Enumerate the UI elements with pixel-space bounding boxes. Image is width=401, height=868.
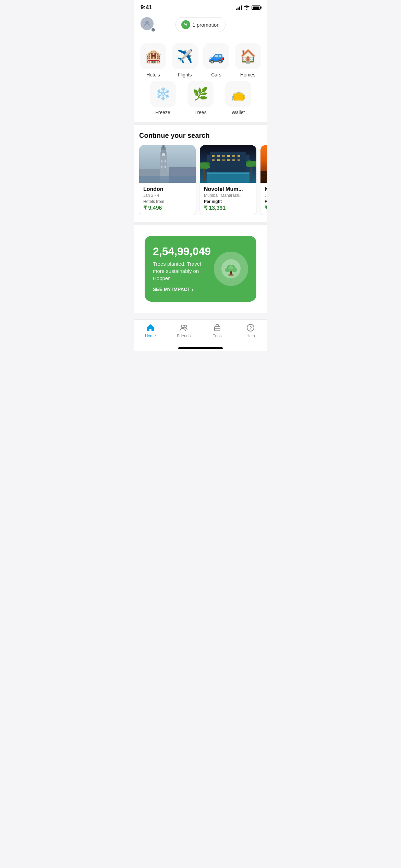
help-nav-icon: ? [246, 323, 255, 332]
status-time: 9:41 [141, 4, 152, 11]
svg-rect-25 [217, 159, 220, 161]
flights-icon: ✈️ [172, 43, 198, 69]
freeze-icon: ❄️ [150, 81, 176, 107]
promotion-label: 1 promotion [192, 22, 219, 28]
kolkata-image [260, 145, 267, 183]
homes-label: Homes [240, 72, 255, 77]
london-card-body: London Jan 2 - 4 Hotels from ₹ 9,496 [139, 183, 196, 215]
london-price: ₹ 9,496 [143, 205, 192, 211]
mumbai-type: Per night [204, 199, 252, 204]
trees-cta-button[interactable]: SEE MY IMPACT › [153, 287, 214, 292]
category-wallet[interactable]: 👝 Wallet [221, 81, 255, 115]
avatar-dot [151, 27, 156, 32]
svg-rect-26 [222, 159, 225, 161]
wallet-icon: 👝 [225, 81, 251, 107]
nav-home[interactable]: Home [134, 323, 167, 338]
homes-icon: 🏠 [235, 43, 261, 69]
svg-text:?: ? [249, 325, 252, 330]
mumbai-image [200, 145, 256, 183]
svg-rect-10 [161, 166, 162, 168]
london-city: London [143, 186, 192, 192]
svg-rect-9 [165, 160, 166, 162]
trips-nav-label: Trips [213, 334, 222, 338]
svg-rect-19 [217, 155, 220, 157]
svg-point-58 [181, 325, 184, 328]
continue-search-title: Continue your search [139, 132, 267, 140]
svg-point-7 [162, 153, 165, 156]
category-cars[interactable]: 🚙 Cars [202, 43, 230, 77]
mumbai-card-body: Novotel Mum... Mumbai, Maharash... Per n… [200, 183, 256, 215]
svg-rect-27 [227, 159, 230, 161]
search-card-mumbai[interactable]: Novotel Mum... Mumbai, Maharash... Per n… [200, 145, 256, 215]
section-divider [134, 122, 267, 125]
trees-label: Trees [194, 110, 206, 115]
friends-nav-icon [179, 323, 188, 332]
home-indicator-container [134, 345, 267, 351]
mumbai-price: ₹ 13,391 [204, 205, 252, 211]
svg-rect-29 [238, 159, 240, 161]
search-card-kolkata[interactable]: Kolkata Jan 3 - 4 Flights from ₹ 17,896 [260, 145, 267, 215]
signal-bars-icon [236, 5, 242, 10]
search-card-london[interactable]: London Jan 2 - 4 Hotels from ₹ 9,496 [139, 145, 196, 215]
promo-badge-icon: % [181, 20, 190, 29]
kolkata-price: ₹ 17,896 [265, 205, 267, 211]
kolkata-city: Kolkata [265, 186, 267, 192]
mumbai-subtitle: Mumbai, Maharash... [204, 193, 252, 198]
hotels-label: Hotels [146, 72, 160, 77]
svg-rect-18 [212, 155, 215, 157]
category-homes[interactable]: 🏠 Homes [234, 43, 262, 77]
svg-rect-21 [227, 155, 230, 157]
svg-rect-14 [139, 176, 196, 183]
cars-label: Cars [211, 72, 221, 77]
home-indicator [178, 347, 223, 349]
kolkata-dates: Jan 3 - 4 [265, 193, 267, 198]
nav-trips[interactable]: Trips [200, 323, 234, 338]
category-trees[interactable]: 🌿 Trees [183, 81, 218, 115]
freeze-label: Freeze [155, 110, 170, 115]
nav-help[interactable]: ? Help [234, 323, 268, 338]
kolkata-type: Flights from [265, 199, 267, 204]
svg-rect-6 [162, 145, 165, 148]
trees-content: 2,54,99,049 Trees planted. Travel more s… [153, 245, 214, 292]
header: % 1 promotion [134, 14, 267, 38]
bottom-nav: Home Friends Trips ? Help [134, 320, 267, 345]
kolkata-card-body: Kolkata Jan 3 - 4 Flights from ₹ 17,896 [260, 183, 267, 215]
promotion-button[interactable]: % 1 promotion [175, 17, 225, 32]
help-nav-label: Help [246, 334, 255, 338]
section-divider-2 [134, 222, 267, 225]
trees-description: Trees planted. Travel more sustainably o… [153, 260, 214, 282]
svg-rect-22 [232, 155, 235, 157]
home-nav-label: Home [145, 334, 156, 338]
nav-friends[interactable]: Friends [167, 323, 201, 338]
category-hotels[interactable]: 🏨 Hotels [139, 43, 167, 77]
wallet-label: Wallet [232, 110, 245, 115]
svg-rect-11 [165, 166, 166, 168]
svg-point-57 [228, 274, 234, 276]
svg-rect-20 [222, 155, 225, 157]
svg-point-59 [184, 325, 187, 328]
continue-search-section: Continue your search [134, 125, 267, 222]
avatar[interactable] [141, 17, 156, 32]
home-nav-icon [146, 323, 155, 332]
svg-point-56 [229, 265, 233, 269]
chevron-right-icon: › [192, 287, 193, 292]
mumbai-city: Novotel Mum... [204, 186, 252, 192]
london-dates: Jan 2 - 4 [143, 193, 192, 198]
svg-rect-24 [212, 159, 215, 161]
trees-banner[interactable]: 2,54,99,049 Trees planted. Travel more s… [145, 236, 256, 302]
trees-number: 2,54,99,049 [153, 245, 214, 257]
svg-rect-49 [260, 171, 267, 183]
status-icons [236, 5, 260, 10]
category-flights[interactable]: ✈️ Flights [171, 43, 199, 77]
battery-icon [252, 5, 260, 10]
wifi-icon [244, 5, 250, 10]
category-freeze[interactable]: ❄️ Freeze [146, 81, 180, 115]
london-image [139, 145, 196, 183]
svg-text:%: % [184, 23, 187, 27]
flights-label: Flights [178, 72, 192, 77]
svg-rect-28 [232, 159, 235, 161]
hotels-icon: 🏨 [140, 43, 166, 69]
search-cards-scroll[interactable]: London Jan 2 - 4 Hotels from ₹ 9,496 [139, 145, 267, 215]
svg-rect-31 [207, 172, 250, 174]
svg-rect-8 [161, 160, 162, 162]
